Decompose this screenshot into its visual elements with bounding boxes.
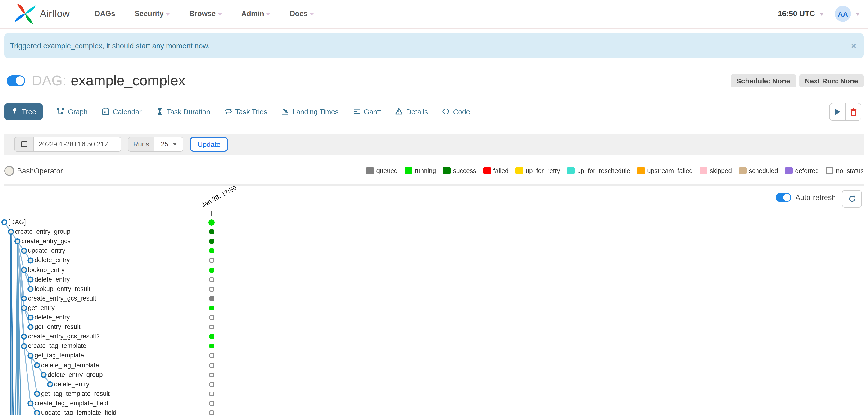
task-node[interactable] — [22, 344, 26, 349]
task-node[interactable] — [2, 220, 7, 225]
task-label[interactable]: get_entry — [28, 304, 55, 312]
task-status-square[interactable] — [209, 258, 214, 263]
task-node[interactable] — [28, 325, 33, 329]
task-node[interactable] — [28, 315, 33, 320]
task-status-square[interactable] — [209, 306, 214, 310]
task-label[interactable]: create_entry_group — [15, 228, 70, 235]
task-status-square[interactable] — [209, 353, 214, 358]
task-label[interactable]: create_tag_template_field — [35, 399, 108, 407]
tree-graph — [0, 0, 868, 415]
task-label[interactable]: lookup_entry_result — [35, 285, 91, 292]
task-label[interactable]: lookup_entry — [28, 266, 65, 273]
task-node[interactable] — [28, 353, 33, 358]
task-status-square[interactable] — [209, 401, 214, 406]
task-status-square[interactable] — [209, 230, 214, 234]
task-label[interactable]: delete_entry — [35, 257, 70, 264]
task-status-square[interactable] — [209, 391, 214, 396]
dag-run-status-dot[interactable] — [209, 219, 215, 226]
task-label[interactable]: delete_tag_template — [41, 361, 99, 368]
task-node[interactable] — [35, 411, 39, 415]
tree-long-edges — [11, 232, 13, 415]
task-node[interactable] — [15, 239, 20, 244]
task-status-square[interactable] — [209, 239, 214, 244]
task-status-square[interactable] — [209, 363, 214, 367]
task-status-square[interactable] — [209, 344, 214, 349]
task-node[interactable] — [22, 334, 26, 339]
task-node[interactable] — [22, 296, 26, 301]
task-status-square[interactable] — [209, 382, 214, 387]
task-node[interactable] — [35, 363, 39, 367]
task-status-square[interactable] — [209, 334, 214, 339]
task-node[interactable] — [28, 277, 33, 282]
task-node[interactable] — [35, 391, 39, 396]
task-label[interactable]: get_entry_result — [35, 323, 81, 330]
task-node[interactable] — [22, 268, 26, 272]
task-node[interactable] — [22, 306, 26, 310]
task-status-square[interactable] — [209, 325, 214, 329]
task-label[interactable]: get_tag_template_result — [41, 390, 110, 397]
task-node[interactable] — [48, 382, 53, 387]
task-label[interactable]: [DAG] — [8, 218, 26, 226]
task-node[interactable] — [22, 248, 26, 254]
task-label[interactable]: get_tag_template — [35, 352, 84, 359]
task-label[interactable]: delete_entry — [35, 314, 70, 321]
task-label[interactable]: create_entry_gcs — [22, 237, 71, 245]
task-label[interactable]: delete_entry_group — [48, 371, 103, 378]
task-status-square[interactable] — [209, 277, 214, 282]
task-status-square[interactable] — [209, 411, 214, 415]
task-node[interactable] — [28, 258, 33, 263]
task-label[interactable]: create_entry_gcs_result — [28, 295, 96, 302]
task-node[interactable] — [28, 401, 33, 406]
task-node[interactable] — [8, 230, 13, 234]
task-node[interactable] — [28, 287, 33, 291]
task-label[interactable]: create_tag_template — [28, 343, 86, 350]
task-status-square[interactable] — [209, 268, 214, 272]
airflow-tree-page: Airflow DAGs Security Browse Admin Docs — [0, 0, 868, 415]
task-label[interactable]: update_entry — [28, 247, 65, 254]
task-node[interactable] — [41, 372, 46, 377]
task-status-square[interactable] — [209, 372, 214, 377]
task-label[interactable]: delete_entry — [35, 276, 70, 283]
task-status-square[interactable] — [209, 315, 214, 320]
task-label[interactable]: update_tag_template_field — [41, 409, 116, 415]
task-status-square[interactable] — [209, 296, 214, 301]
task-status-square[interactable] — [209, 248, 214, 254]
task-label[interactable]: delete_entry — [54, 380, 90, 387]
task-status-square[interactable] — [209, 287, 214, 291]
task-label[interactable]: create_entry_gcs_result2 — [28, 333, 100, 340]
